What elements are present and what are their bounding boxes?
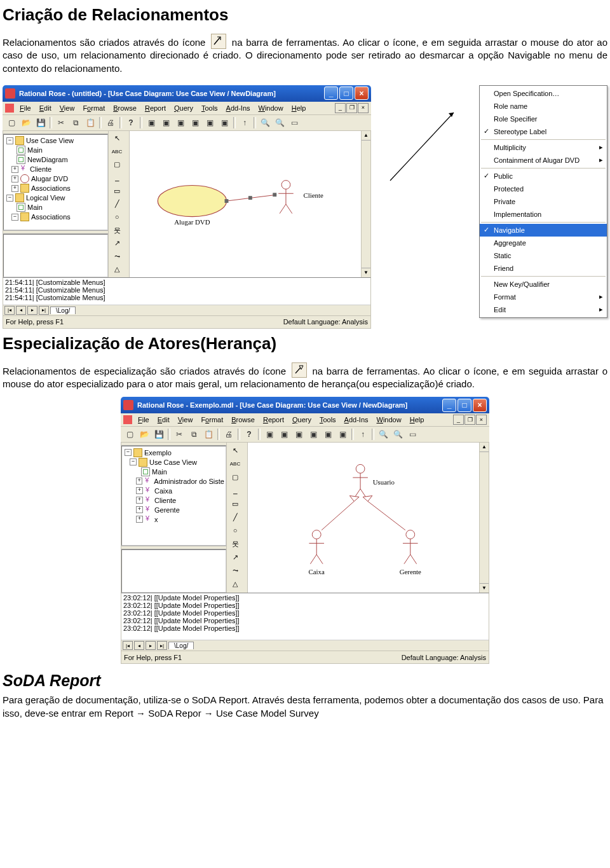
ctx-static[interactable]: Static	[480, 249, 607, 262]
pal-usecase[interactable]: ○	[228, 524, 242, 537]
menu-addins[interactable]: Add-Ins	[341, 415, 372, 424]
doc-pane[interactable]	[121, 549, 226, 593]
pal-usecase[interactable]: ○	[110, 211, 124, 224]
menu-view[interactable]: View	[174, 415, 197, 424]
pal-generalization[interactable]: △	[110, 263, 124, 276]
tree-item[interactable]: Main	[27, 203, 43, 211]
expander-icon[interactable]: +	[136, 487, 143, 494]
menu-query[interactable]: Query	[170, 104, 197, 113]
log-nav-first[interactable]: |◂	[123, 641, 133, 650]
log-nav-first[interactable]: |◂	[4, 306, 15, 315]
ctx-multiplicity[interactable]: Multiplicity	[480, 141, 607, 154]
tb-view1[interactable]: ▣	[145, 116, 158, 129]
tb-zoomout[interactable]: 🔍	[391, 428, 404, 441]
tree-item[interactable]: Associations	[31, 213, 71, 221]
pal-pointer[interactable]: ↖	[228, 444, 242, 457]
tb-view1[interactable]: ▣	[263, 428, 276, 441]
menu-help[interactable]: Help	[288, 104, 310, 113]
diagram-canvas[interactable]: Alugar DVD Cliente	[130, 131, 361, 277]
tb-zoomout[interactable]: 🔍	[273, 116, 286, 129]
tb-new[interactable]: ▢	[123, 428, 136, 441]
menu-help[interactable]: Help	[406, 415, 428, 424]
pal-text[interactable]: ABC	[110, 145, 124, 158]
menu-addins[interactable]: Add-Ins	[222, 104, 254, 113]
minimize-button[interactable]: _	[324, 86, 338, 100]
pal-dependency[interactable]: ⤳	[110, 251, 124, 263]
tree-item[interactable]: Use Case View	[149, 458, 197, 466]
pal-line[interactable]: ╱	[228, 511, 242, 523]
tree-item[interactable]: NewDiagram	[27, 156, 68, 163]
menu-report[interactable]: Report	[259, 415, 288, 424]
tb-paste[interactable]: 📋	[202, 428, 215, 441]
tb-cut[interactable]: ✂	[55, 116, 67, 129]
expander-icon[interactable]: −	[6, 195, 13, 202]
tb-print[interactable]: 🖨	[222, 428, 235, 441]
menu-format[interactable]: Format	[197, 415, 227, 424]
child-min-button[interactable]: _	[453, 415, 464, 425]
pal-pointer[interactable]: ↖	[110, 132, 124, 145]
tb-view5[interactable]: ▣	[203, 116, 216, 129]
tree-item[interactable]: Gerente	[154, 506, 180, 514]
menu-file[interactable]: File	[16, 104, 35, 113]
close-button[interactable]: ×	[355, 86, 369, 100]
menu-edit[interactable]: Edit	[154, 415, 173, 424]
child-restore-button[interactable]: ❐	[464, 415, 475, 425]
expander-icon[interactable]: +	[11, 185, 18, 192]
ctx-aggregate[interactable]: Aggregate	[480, 237, 607, 249]
tree-root[interactable]: Use Case View	[26, 137, 74, 144]
child-close-button[interactable]: ×	[358, 103, 369, 113]
tree-item[interactable]: Administrador do Siste	[154, 478, 224, 485]
log-nav-prev[interactable]: ◂	[134, 641, 144, 650]
tb-help[interactable]: ?	[243, 428, 255, 441]
tb-paste[interactable]: 📋	[84, 116, 97, 129]
ctx-private[interactable]: Private	[480, 195, 607, 208]
menu-format[interactable]: Format	[79, 104, 109, 113]
tb-view6[interactable]: ▣	[336, 428, 349, 441]
expander-icon[interactable]: −	[6, 137, 13, 144]
pal-generalization[interactable]: △	[228, 577, 242, 590]
tb-up[interactable]: ↑	[238, 116, 251, 129]
tb-fit[interactable]: ▭	[406, 428, 419, 441]
tree-item[interactable]: Cliente	[154, 497, 176, 504]
menu-browse[interactable]: Browse	[109, 104, 140, 113]
menu-tools[interactable]: Tools	[198, 104, 222, 113]
scrollbar[interactable]	[479, 443, 489, 593]
pal-anchor[interactable]: ⎯	[228, 484, 242, 497]
menu-report[interactable]: Report	[141, 104, 170, 113]
ctx-edit[interactable]: Edit	[480, 303, 607, 316]
ctx-role-name[interactable]: Role name	[480, 100, 607, 113]
tb-copy[interactable]: ⧉	[187, 428, 200, 441]
tb-save[interactable]: 💾	[152, 428, 165, 441]
tree-item[interactable]: Associations	[31, 184, 71, 192]
pal-package[interactable]: ▭	[228, 497, 242, 510]
tb-view2[interactable]: ▣	[159, 116, 172, 129]
ctx-implementation[interactable]: Implementation	[480, 208, 607, 221]
expander-icon[interactable]: −	[125, 449, 132, 456]
tb-view6[interactable]: ▣	[218, 116, 231, 129]
pal-actor[interactable]: 웃	[110, 224, 124, 237]
child-restore-button[interactable]: ❐	[346, 103, 357, 113]
pal-anchor[interactable]: ⎯	[110, 172, 124, 184]
tb-view4[interactable]: ▣	[189, 116, 201, 129]
expander-icon[interactable]: +	[136, 497, 143, 504]
tb-open[interactable]: 📂	[138, 428, 151, 441]
tree-item[interactable]: Cliente	[30, 165, 51, 173]
tb-open[interactable]: 📂	[20, 116, 32, 129]
log-nav-prev[interactable]: ◂	[16, 306, 26, 315]
menu-file[interactable]: File	[134, 415, 153, 424]
pal-assoc-uni[interactable]: ↗	[228, 551, 242, 563]
tree-item[interactable]: Main	[27, 146, 43, 154]
expander-icon[interactable]: +	[136, 506, 143, 513]
tb-up[interactable]: ↑	[356, 428, 369, 441]
ctx-protected[interactable]: Protected	[480, 183, 607, 195]
close-button[interactable]: ×	[473, 399, 487, 412]
expander-icon[interactable]: +	[11, 166, 18, 173]
tree-item[interactable]: Main	[152, 468, 167, 476]
tb-view3[interactable]: ▣	[174, 116, 187, 129]
log-nav-next[interactable]: ▸	[146, 641, 156, 650]
log-nav-last[interactable]: ▸|	[157, 641, 167, 650]
expander-icon[interactable]: +	[136, 478, 142, 485]
menu-tools[interactable]: Tools	[316, 415, 340, 424]
log-tab[interactable]: \Log/	[168, 642, 194, 649]
tb-view4[interactable]: ▣	[307, 428, 320, 441]
